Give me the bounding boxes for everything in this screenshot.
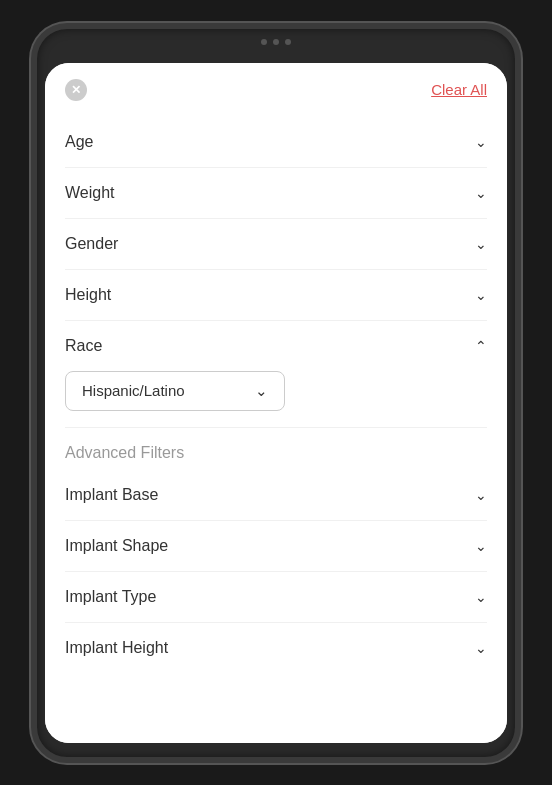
clear-all-button[interactable]: Clear All [431,81,487,98]
race-section: Race ⌃ Hispanic/Latino ⌄ [65,321,487,428]
chevron-down-icon-implant-height: ⌄ [475,640,487,656]
race-selected-value: Hispanic/Latino [82,382,185,399]
close-icon: ✕ [71,83,81,97]
filter-panel: ✕ Clear All Age ⌄ Weight ⌄ Gender ⌄ Heig… [45,63,507,743]
filter-label-race: Race [65,337,102,355]
race-select[interactable]: Hispanic/Latino ⌄ [65,371,285,411]
camera-dot-1 [261,39,267,45]
filter-row-height[interactable]: Height ⌄ [65,270,487,321]
advanced-filters-section: Advanced Filters [65,428,487,470]
chevron-down-icon-height: ⌄ [475,287,487,303]
chevron-up-icon-race: ⌃ [475,338,487,354]
advanced-filters-label: Advanced Filters [65,444,487,462]
chevron-down-icon-age: ⌄ [475,134,487,150]
race-dropdown-chevron-icon: ⌄ [255,382,268,400]
race-dropdown-container: Hispanic/Latino ⌄ [65,363,487,427]
chevron-down-icon-implant-base: ⌄ [475,487,487,503]
panel-header: ✕ Clear All [65,79,487,101]
tablet-frame: ✕ Clear All Age ⌄ Weight ⌄ Gender ⌄ Heig… [31,23,521,763]
filter-row-implant-shape[interactable]: Implant Shape ⌄ [65,521,487,572]
chevron-down-icon-implant-type: ⌄ [475,589,487,605]
filter-label-weight: Weight [65,184,115,202]
tablet-screen: ✕ Clear All Age ⌄ Weight ⌄ Gender ⌄ Heig… [45,63,507,743]
filter-row-race[interactable]: Race ⌃ [65,321,487,363]
chevron-down-icon-weight: ⌄ [475,185,487,201]
filter-label-implant-height: Implant Height [65,639,168,657]
filter-row-implant-height[interactable]: Implant Height ⌄ [65,623,487,673]
filter-label-implant-base: Implant Base [65,486,158,504]
chevron-down-icon-gender: ⌄ [475,236,487,252]
camera-dot-2 [273,39,279,45]
camera-dot-3 [285,39,291,45]
filter-label-gender: Gender [65,235,118,253]
filter-label-height: Height [65,286,111,304]
filter-row-weight[interactable]: Weight ⌄ [65,168,487,219]
filter-row-implant-base[interactable]: Implant Base ⌄ [65,470,487,521]
chevron-down-icon-implant-shape: ⌄ [475,538,487,554]
filter-row-implant-type[interactable]: Implant Type ⌄ [65,572,487,623]
filter-label-age: Age [65,133,93,151]
filter-row-gender[interactable]: Gender ⌄ [65,219,487,270]
close-button[interactable]: ✕ [65,79,87,101]
filter-label-implant-shape: Implant Shape [65,537,168,555]
filter-label-implant-type: Implant Type [65,588,156,606]
filter-row-age[interactable]: Age ⌄ [65,117,487,168]
tablet-camera [261,39,291,45]
